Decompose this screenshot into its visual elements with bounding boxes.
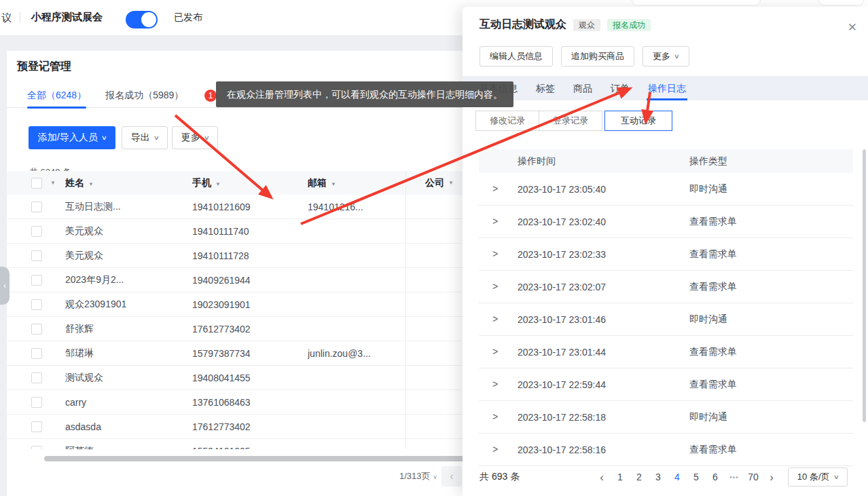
tab-orders[interactable]: 订单 (611, 76, 630, 100)
log-time: 2023-10-17 23:01:46 (518, 314, 689, 325)
expand-chevron-icon[interactable]: > (479, 184, 518, 195)
filter-caret-icon: ▼ (88, 181, 94, 187)
col-header-phone[interactable]: 手机▼ (192, 177, 308, 189)
log-row: > 2023-10-17 23:02:33 查看需求单 (479, 238, 853, 271)
col-header-name[interactable]: 姓名▼ (65, 177, 192, 189)
select-all-checkbox[interactable] (31, 178, 42, 189)
tab-labels[interactable]: 标签 (536, 76, 555, 100)
log-time: 2023-10-17 22:58:18 (518, 412, 689, 423)
add-import-label: 添加/导入人员 (38, 132, 98, 144)
drawer-title: 互动日志测试观众 (480, 18, 566, 32)
expand-chevron-icon[interactable]: > (479, 347, 518, 358)
edit-person-button[interactable]: 编辑人员信息 (480, 46, 553, 66)
step-badge: 1 (204, 90, 217, 102)
subtab-login-records[interactable]: 登录记录 (539, 111, 602, 131)
cell-phone: 15594101005 (192, 446, 308, 450)
horizontal-scrollbar[interactable] (44, 456, 479, 461)
page-number[interactable]: 6 (708, 468, 723, 486)
page-number[interactable]: 2 (632, 468, 647, 486)
subtab-modify-records[interactable]: 修改记录 (475, 111, 539, 131)
expand-chevron-icon[interactable]: > (479, 282, 518, 292)
more-label: 更多 (181, 132, 200, 144)
tab-products[interactable]: 商品 (573, 76, 592, 100)
row-checkbox[interactable] (31, 299, 42, 310)
row-checkbox[interactable] (31, 373, 42, 383)
guide-tooltip: 在观众注册管理列表中，可以看到观众的互动操作日志明细内容。 (216, 81, 513, 107)
expand-chevron-icon[interactable]: > (479, 249, 518, 260)
cell-name: 测试观众 (65, 372, 192, 384)
filter-caret-icon: ▼ (215, 181, 221, 187)
log-time: 2023-10-17 22:59:44 (518, 379, 689, 390)
log-total-count: 共 693 条 (480, 471, 520, 483)
log-type: 查看需求单 (689, 379, 853, 391)
log-row: > 2023-10-17 23:02:07 查看需求单 (479, 271, 853, 303)
cell-phone: 15797387734 (192, 348, 308, 359)
row-checkbox[interactable] (31, 324, 42, 335)
publish-toggle[interactable] (126, 11, 158, 28)
row-checkbox[interactable] (31, 397, 42, 408)
page-number[interactable]: 70 (746, 468, 761, 486)
vertical-scrollbar[interactable] (863, 149, 866, 422)
chevron-down-icon: ∨ (674, 53, 680, 60)
tab-success[interactable]: 报名成功（5989） (105, 83, 183, 108)
col-header-email[interactable]: 邮箱▼ (308, 177, 405, 189)
cell-phone: 19410111740 (192, 226, 308, 237)
row-checkbox[interactable] (31, 348, 42, 359)
page-number[interactable]: 1 (613, 468, 628, 486)
more-pages-icon[interactable]: ••• (727, 468, 742, 486)
chevron-down-icon: ∨ (833, 474, 839, 480)
page-size-select[interactable]: 10 条/页 ∨ (788, 468, 848, 487)
expand-chevron-icon[interactable]: > (479, 412, 518, 423)
row-checkbox[interactable] (31, 202, 42, 212)
row-checkbox[interactable] (31, 446, 42, 450)
row-checkbox[interactable] (31, 275, 42, 286)
cell-name: 舒张辉 (65, 323, 192, 335)
subtab-interaction-records[interactable]: 互动记录 (604, 111, 672, 131)
log-time: 2023-10-17 22:58:16 (518, 444, 689, 455)
prev-page-button[interactable]: ‹ (595, 472, 609, 483)
tab-all[interactable]: 全部（6248） (27, 83, 86, 108)
publish-status-label: 已发布 (174, 12, 202, 24)
expand-chevron-icon[interactable]: > (479, 444, 518, 455)
select-all-cell: ▼ (7, 171, 65, 195)
add-purchase-button[interactable]: 追加购买商品 (561, 46, 634, 66)
cell-name: 美元观众 (65, 225, 192, 237)
tab-operation-log[interactable]: 操作日志 (648, 76, 686, 100)
col-header-time: 操作时间 (518, 155, 689, 168)
expand-chevron-icon[interactable]: > (479, 314, 518, 325)
cell-name: 观众23091901 (65, 299, 192, 311)
add-import-button[interactable]: 添加/导入人员 ∨ (29, 126, 115, 149)
next-page-button[interactable]: › (765, 472, 778, 483)
more-button[interactable]: 更多 ∨ (172, 126, 218, 149)
select-dropdown-icon[interactable]: ▼ (50, 180, 56, 186)
close-icon[interactable]: ✕ (848, 22, 857, 33)
page-number[interactable]: 5 (689, 468, 704, 486)
expand-chevron-icon[interactable]: > (479, 216, 518, 227)
page-indicator[interactable]: 1/313页 ∨ (399, 470, 437, 482)
log-time: 2023-10-17 23:02:40 (518, 216, 689, 227)
drawer-more-button[interactable]: 更多∨ (643, 46, 689, 66)
row-checkbox[interactable] (31, 250, 42, 261)
row-checkbox[interactable] (31, 421, 42, 432)
log-row: > 2023-10-17 22:58:16 查看需求单 (479, 434, 853, 466)
chevron-down-icon: ∨ (203, 134, 209, 141)
cell-phone: 17612773402 (192, 421, 308, 432)
cell-phone: 17612773402 (192, 324, 308, 335)
log-type: 查看需求单 (689, 444, 853, 456)
sidebar-collapse-handle[interactable]: ‹ (0, 267, 10, 305)
cell-name: 2023年9月2... (65, 274, 192, 286)
log-type: 即时沟通 (689, 411, 853, 423)
page-number[interactable]: 3 (651, 468, 666, 486)
page-number-current[interactable]: 4 (670, 468, 685, 486)
row-checkbox[interactable] (31, 226, 42, 237)
status-badge: 报名成功 (607, 19, 651, 31)
export-button[interactable]: 导出 ∨ (122, 126, 168, 149)
drawer-actions: 编辑人员信息 追加购买商品 更多∨ (480, 46, 689, 66)
breadcrumb-fragment[interactable]: 议 (1, 12, 12, 24)
expand-chevron-icon[interactable]: > (479, 379, 518, 390)
cell-phone: 19409261944 (192, 275, 308, 286)
cell-phone: 19410121609 (192, 202, 308, 212)
toggle-knob (141, 12, 156, 27)
log-header-row: 操作时间 操作类型 (479, 149, 853, 173)
prev-page-button[interactable]: ‹ (441, 466, 462, 487)
